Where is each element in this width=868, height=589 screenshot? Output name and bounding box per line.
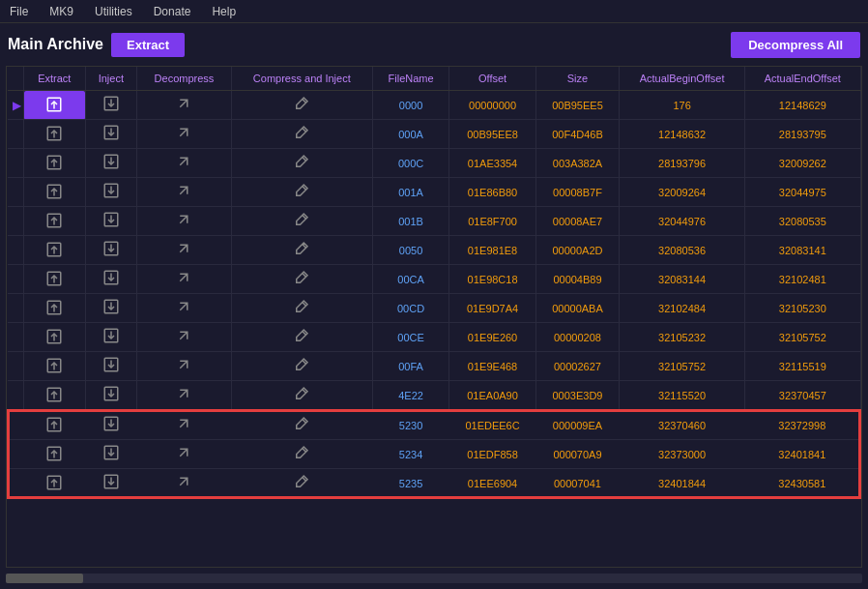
menu-donate[interactable]: Donate <box>150 4 195 19</box>
inject-icon-cell[interactable] <box>85 207 137 236</box>
compress-inject-icon-cell[interactable] <box>231 469 372 499</box>
compress-inject-icon-cell[interactable] <box>231 149 372 178</box>
extract-icon-cell[interactable] <box>24 236 86 265</box>
table-row[interactable]: ▶ 4E2201EA0A900003E3D93211552032370457 <box>8 381 860 411</box>
compress-inject-icon-cell[interactable] <box>231 91 372 120</box>
table-row[interactable]: ▶ 000C01AE3354003A382A2819379632009262 <box>8 149 860 178</box>
menu-mk9[interactable]: MK9 <box>45 4 77 19</box>
compress-inject-icon-cell[interactable] <box>231 294 372 323</box>
extract-button[interactable]: Extract <box>111 33 185 57</box>
table-row[interactable]: ▶ 00CE01E9E260000002083210523232105752 <box>8 323 860 352</box>
decompress-icon-cell[interactable] <box>137 410 232 440</box>
cell-end-offset: 32083141 <box>745 236 860 265</box>
table-row[interactable]: ▶ 001A01E86B8000008B7F3200926432044975 <box>8 178 860 207</box>
hammer-icon <box>293 269 310 286</box>
extract-icon-cell[interactable] <box>24 352 86 381</box>
compress-inject-icon-cell[interactable] <box>231 207 372 236</box>
table-row[interactable]: ▶ 000A00B95EE800F4D46B1214863228193795 <box>8 120 860 149</box>
scrollbar-thumb[interactable] <box>6 574 83 583</box>
extract-icon-cell[interactable] <box>24 149 86 178</box>
table-row[interactable]: ▶ 001B01E8F70000008AE73204497632080535 <box>8 207 860 236</box>
inject-icon-cell[interactable] <box>85 323 137 352</box>
cell-filename: 0050 <box>372 236 448 265</box>
inject-icon-cell[interactable] <box>85 178 137 207</box>
hammer-icon <box>293 240 310 257</box>
inject-icon-cell[interactable] <box>85 381 137 411</box>
table-container[interactable]: Extract Inject Decompress Compress and I… <box>6 66 862 568</box>
decompress-icon-cell[interactable] <box>137 294 232 323</box>
decompress-icon-cell[interactable] <box>137 352 232 381</box>
table-row[interactable]: ▶ 00CA01E98C1800004B893208314432102481 <box>8 265 860 294</box>
expand-icon <box>175 473 192 490</box>
decompress-icon-cell[interactable] <box>137 236 232 265</box>
inject-icon-cell[interactable] <box>85 352 137 381</box>
extract-icon-cell[interactable] <box>24 294 86 323</box>
decompress-icon-cell[interactable] <box>137 381 232 411</box>
expand-icon <box>175 415 192 432</box>
menu-file[interactable]: File <box>6 4 32 19</box>
decompress-icon-cell[interactable] <box>137 91 232 120</box>
decompress-icon-cell[interactable] <box>137 149 232 178</box>
download-icon <box>102 327 120 344</box>
decompress-icon-cell[interactable] <box>137 469 232 499</box>
inject-icon-cell[interactable] <box>85 149 137 178</box>
compress-inject-icon-cell[interactable] <box>231 440 372 469</box>
table-row[interactable]: ▶ 005001E981E800000A2D3208053632083141 <box>8 236 860 265</box>
decompress-icon-cell[interactable] <box>137 207 232 236</box>
extract-icon-cell[interactable] <box>24 207 86 236</box>
extract-icon-cell[interactable] <box>24 440 86 469</box>
download-icon <box>102 240 120 257</box>
compress-inject-icon-cell[interactable] <box>231 178 372 207</box>
decompress-icon-cell[interactable] <box>137 178 232 207</box>
extract-icon-cell[interactable] <box>24 381 86 411</box>
extract-icon-cell[interactable] <box>24 469 86 499</box>
decompress-all-button[interactable]: Decompress All <box>731 32 860 58</box>
extract-icon-cell[interactable] <box>24 265 86 294</box>
compress-inject-icon-cell[interactable] <box>231 352 372 381</box>
extract-icon-cell[interactable] <box>24 178 86 207</box>
expand-icon <box>175 444 192 461</box>
cell-begin-offset: 32044976 <box>620 207 745 236</box>
compress-inject-icon-cell[interactable] <box>231 323 372 352</box>
inject-icon-cell[interactable] <box>85 120 137 149</box>
expand-icon <box>175 182 192 199</box>
inject-icon-cell[interactable] <box>85 91 137 120</box>
decompress-icon-cell[interactable] <box>137 120 232 149</box>
hammer-icon <box>293 327 310 344</box>
inject-icon-cell[interactable] <box>85 469 137 499</box>
decompress-icon-cell[interactable] <box>137 440 232 469</box>
inject-icon-cell[interactable] <box>85 294 137 323</box>
horizontal-scrollbar[interactable] <box>6 574 862 583</box>
table-row[interactable]: ▶ 523001EDEE6C000009EA3237046032372998 <box>8 410 860 440</box>
table-row[interactable]: ▶ 523501EE6904000070413240184432430581 <box>8 469 860 499</box>
upload-icon <box>43 297 65 318</box>
extract-icon-cell[interactable] <box>24 91 86 120</box>
compress-inject-icon-cell[interactable] <box>231 120 372 149</box>
inject-icon-cell[interactable] <box>85 440 137 469</box>
menu-help[interactable]: Help <box>208 4 240 19</box>
cell-begin-offset: 176 <box>620 91 745 120</box>
table-header-row: Extract Inject Decompress Compress and I… <box>8 67 860 91</box>
menu-utilities[interactable]: Utilities <box>91 4 136 19</box>
inject-icon-cell[interactable] <box>85 236 137 265</box>
cell-filename: 0000 <box>372 91 448 120</box>
table-row[interactable]: ▶ 00CD01E9D7A400000ABA3210248432105230 <box>8 294 860 323</box>
cell-begin-offset: 32105232 <box>620 323 745 352</box>
extract-icon-cell[interactable] <box>24 120 86 149</box>
extract-icon-cell[interactable] <box>24 410 86 440</box>
cell-size: 003A382A <box>535 149 619 178</box>
cell-offset: 01EE6904 <box>449 469 536 499</box>
table-row[interactable]: ▶ 523401EDF858000070A93237300032401841 <box>8 440 860 469</box>
compress-inject-icon-cell[interactable] <box>231 381 372 411</box>
inject-icon-cell[interactable] <box>85 265 137 294</box>
inject-icon-cell[interactable] <box>85 410 137 440</box>
hammer-icon <box>293 385 310 402</box>
compress-inject-icon-cell[interactable] <box>231 236 372 265</box>
table-row[interactable]: ▶ 00000000000000B95EE517612148629 <box>8 91 860 120</box>
compress-inject-icon-cell[interactable] <box>231 410 372 440</box>
decompress-icon-cell[interactable] <box>137 323 232 352</box>
decompress-icon-cell[interactable] <box>137 265 232 294</box>
compress-inject-icon-cell[interactable] <box>231 265 372 294</box>
table-row[interactable]: ▶ 00FA01E9E468000026273210575232115519 <box>8 352 860 381</box>
extract-icon-cell[interactable] <box>24 323 86 352</box>
